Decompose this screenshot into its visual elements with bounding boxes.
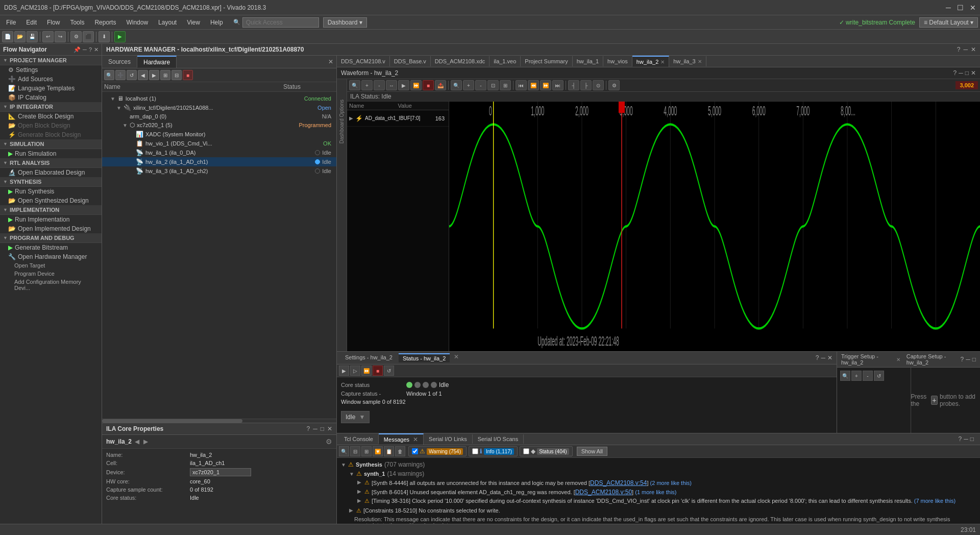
msg2-more[interactable]: (1 more like this) bbox=[635, 489, 676, 495]
settings-refresh-btn[interactable]: ↺ bbox=[384, 366, 394, 376]
ila-minimize-icon[interactable]: ─ bbox=[313, 425, 317, 432]
wf-zoom-out2-btn[interactable]: - bbox=[475, 80, 486, 90]
new-button[interactable]: 📄 bbox=[2, 31, 13, 42]
trigger-minimize-icon[interactable]: ─ bbox=[966, 356, 970, 363]
program-button[interactable]: ⬇ bbox=[99, 31, 110, 42]
filter-warning-checkbox[interactable] bbox=[412, 448, 418, 454]
wf-search-btn[interactable]: 🔍 bbox=[349, 80, 360, 90]
src-prev-btn[interactable]: ◀ bbox=[138, 70, 148, 80]
nav-generate-bitstream[interactable]: ▶ Generate Bitstream bbox=[0, 243, 102, 252]
hw-node-hw-ila-2[interactable]: 📡 hw_ila_2 (ila_1_AD_ch1) Idle bbox=[102, 157, 336, 166]
trigger-sub-btn[interactable]: - bbox=[863, 371, 873, 381]
filter-warning[interactable]: ⚠ Warning (754) bbox=[408, 446, 467, 456]
msg2-expand-icon[interactable]: ▶ bbox=[357, 489, 362, 494]
wf-first-btn[interactable]: ⏮ bbox=[516, 80, 527, 90]
wf-zoom-fit-btn[interactable]: ↔ bbox=[386, 80, 397, 90]
settings-play-btn[interactable]: ▷ bbox=[350, 366, 360, 376]
msglog-minimize-icon[interactable]: ─ bbox=[964, 435, 968, 443]
sources-close-icon[interactable]: ✕ bbox=[328, 58, 336, 65]
section-impl-header[interactable]: ▼ IMPLEMENTATION bbox=[0, 205, 102, 215]
wave-canvas[interactable]: 0 1,000 2,000 3,000 4,000 5,000 6,000 7,… bbox=[449, 102, 980, 351]
src-collapse-btn[interactable]: ⊟ bbox=[172, 70, 182, 80]
messages-tab-close-icon[interactable]: ✕ bbox=[413, 436, 418, 443]
hw-node-xc7z020[interactable]: ▼ ⬡ xc7z020_1 (5) Programmed bbox=[102, 120, 336, 130]
nav-generate-block-design[interactable]: ⚡ Generate Block Design bbox=[0, 130, 102, 139]
dashboard-button[interactable]: Dashboard ▾ bbox=[323, 17, 367, 28]
menu-flow[interactable]: Flow bbox=[43, 18, 64, 27]
menu-view[interactable]: View bbox=[183, 18, 204, 27]
menu-window[interactable]: Window bbox=[122, 18, 152, 27]
msg1-expand-icon[interactable]: ▶ bbox=[357, 479, 362, 485]
msg-filter-btn[interactable]: 🔽 bbox=[373, 446, 383, 456]
section-simulation-header[interactable]: ▼ SIMULATION bbox=[0, 139, 102, 149]
src-stop-btn[interactable]: ■ bbox=[183, 70, 193, 80]
run-button[interactable]: ⚙ bbox=[70, 31, 82, 42]
menu-file[interactable]: File bbox=[2, 18, 20, 27]
wf-zoom-out-btn[interactable]: - bbox=[374, 80, 385, 90]
trigger-close-icon[interactable]: ✕ bbox=[896, 357, 900, 362]
tab-serial-io-scans[interactable]: Serial I/O Scans bbox=[473, 434, 524, 444]
msg-collapse-btn[interactable]: ⊟ bbox=[350, 446, 360, 456]
tab-sources[interactable]: Sources bbox=[102, 56, 137, 67]
nav-open-hardware-manager[interactable]: 🔧 Open Hardware Manager bbox=[0, 252, 102, 261]
tab-ila-veo[interactable]: ila_1.veo bbox=[489, 56, 521, 66]
tab-messages[interactable]: Messages ✕ bbox=[379, 433, 424, 445]
settings-close-icon[interactable]: ✕ bbox=[454, 353, 459, 362]
nav-create-block-design[interactable]: 📐 Create Block Design bbox=[0, 112, 102, 121]
tab-dds-acm2108-v[interactable]: DDS_ACM2108.v bbox=[337, 56, 390, 66]
nav-add-sources[interactable]: ➕ Add Sources bbox=[0, 75, 102, 84]
nav-run-simulation[interactable]: ▶ Run Simulation bbox=[0, 149, 102, 158]
tab-hw-ila-2[interactable]: hw_ila_2 ✕ bbox=[632, 56, 669, 67]
wf-minimize-icon[interactable]: ─ bbox=[959, 69, 963, 77]
stop-button[interactable]: ⬛ bbox=[83, 31, 94, 42]
prop-input-device[interactable] bbox=[190, 468, 251, 476]
wf-view-btn[interactable]: ⊞ bbox=[500, 80, 511, 90]
menu-edit[interactable]: Edit bbox=[22, 18, 41, 27]
section-project-manager-header[interactable]: ▼ PROJECT MANAGER bbox=[0, 56, 102, 65]
tab-dds-xdc[interactable]: DDS_ACM2108.xdc bbox=[431, 56, 489, 66]
msglog-question-icon[interactable]: ? bbox=[959, 435, 962, 443]
settings-close-btn[interactable]: ✕ bbox=[827, 354, 832, 361]
hw-node-hw-vio-1[interactable]: 📋 hw_vio_1 (DDS_Cmd_Vi... OK bbox=[102, 139, 336, 148]
filter-info-checkbox[interactable] bbox=[472, 448, 478, 454]
trigger-search-btn[interactable]: 🔍 bbox=[840, 371, 850, 381]
wf-zoom-cursor-btn[interactable]: ⊙ bbox=[593, 80, 604, 90]
section-synthesis-header[interactable]: ▼ SYNTHESIS bbox=[0, 177, 102, 187]
tab-tcl-console[interactable]: Tcl Console bbox=[339, 434, 379, 444]
maximize-button[interactable]: ☐ bbox=[957, 4, 964, 12]
hw-node-hw-ila-1[interactable]: 📡 hw_ila_1 (ila_0_DA) Idle bbox=[102, 148, 336, 157]
settings-stop-btn[interactable]: ■ bbox=[373, 366, 383, 376]
ila-back-btn[interactable]: ◀ bbox=[134, 437, 140, 446]
msg3-more[interactable]: (7 more like this) bbox=[914, 498, 955, 504]
ila-close-icon[interactable]: ✕ bbox=[327, 425, 332, 432]
wf-zoom-in2-btn[interactable]: + bbox=[463, 80, 474, 90]
tab-serial-io-links[interactable]: Serial I/O Links bbox=[424, 434, 473, 444]
wf-question-icon[interactable]: ? bbox=[953, 69, 957, 77]
quick-access-input[interactable] bbox=[242, 17, 319, 28]
nav-close-icon[interactable]: ✕ bbox=[94, 46, 99, 53]
msg-search-btn[interactable]: 🔍 bbox=[339, 446, 349, 456]
wf-settings-icon[interactable]: ⚙ bbox=[608, 80, 620, 90]
tab-hw-ila-3[interactable]: hw_ila_3 ✕ bbox=[669, 56, 706, 66]
settings-minimize-icon[interactable]: ─ bbox=[821, 354, 825, 361]
trigger-reset-btn[interactable]: ↺ bbox=[874, 371, 884, 381]
nav-open-target[interactable]: Open Target bbox=[0, 261, 102, 270]
section-rtl-header[interactable]: ▼ RTL ANALYSIS bbox=[0, 158, 102, 168]
msg2-link[interactable]: DDS_ACM2108.v:50 bbox=[575, 489, 632, 496]
redo-button[interactable]: ↪ bbox=[55, 31, 66, 42]
nav-add-config-memory[interactable]: Add Configuration Memory Devi... bbox=[0, 278, 102, 292]
ila-question-icon[interactable]: ? bbox=[307, 425, 310, 432]
msg3-expand-icon[interactable]: ▶ bbox=[357, 498, 362, 503]
idle-dropdown[interactable]: Idle ▼ bbox=[341, 411, 370, 423]
tab-dds-base-v[interactable]: DDS_Base.v bbox=[390, 56, 431, 66]
ila-maximize-icon[interactable]: □ bbox=[321, 425, 324, 432]
ila-settings-gear-icon[interactable]: ⚙ bbox=[326, 437, 332, 446]
nav-question-icon[interactable]: ? bbox=[89, 46, 92, 53]
trigger-add-btn[interactable]: + bbox=[851, 371, 862, 381]
nav-run-synthesis[interactable]: ▶ Run Synthesis bbox=[0, 187, 102, 196]
nav-run-implementation[interactable]: ▶ Run Implementation bbox=[0, 215, 102, 224]
nav-open-elaborated-design[interactable]: 🔬 Open Elaborated Design bbox=[0, 168, 102, 177]
section-program-debug-header[interactable]: ▼ PROGRAM AND DEBUG bbox=[0, 233, 102, 243]
msg-delete-btn[interactable]: 🗑 bbox=[395, 446, 405, 456]
section-ip-integrator-header[interactable]: ▼ IP INTEGRATOR bbox=[0, 102, 102, 112]
